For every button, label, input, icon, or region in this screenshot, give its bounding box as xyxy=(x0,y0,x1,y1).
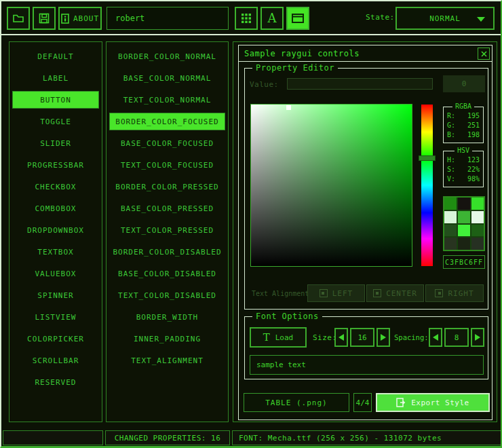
color-swatch[interactable] xyxy=(471,225,484,237)
hue-slider-handle[interactable] xyxy=(419,155,436,161)
property-item[interactable]: BASE_COLOR_FOCUSED xyxy=(109,134,225,152)
export-pages-button[interactable]: 4/4 xyxy=(353,393,372,412)
spacing-decrease-button[interactable] xyxy=(429,328,442,347)
control-item-checkbox[interactable]: CHECKBOX xyxy=(12,178,99,195)
align-right-button[interactable]: RIGHT xyxy=(425,284,484,302)
property-item[interactable]: BORDER_WIDTH xyxy=(109,308,225,326)
property-item[interactable]: TEXT_COLOR_FOCUSED xyxy=(109,156,225,174)
v-label: V: xyxy=(447,174,455,184)
font-load-label: Load xyxy=(275,333,294,342)
property-item[interactable]: BASE_COLOR_NORMAL xyxy=(109,69,225,87)
window-icon xyxy=(292,14,304,23)
export-style-button[interactable]: Export Style xyxy=(376,393,490,412)
color-swatch[interactable] xyxy=(471,238,484,250)
grid-view-button[interactable] xyxy=(235,7,258,30)
property-item[interactable]: BORDER_COLOR_PRESSED xyxy=(109,178,225,195)
spacing-increase-button[interactable] xyxy=(471,328,484,347)
spacing-value-box[interactable]: 8 xyxy=(444,328,469,347)
property-item[interactable]: BORDER_COLOR_NORMAL xyxy=(109,48,225,65)
about-button[interactable]: ABOUT xyxy=(58,7,102,30)
controls-view-button[interactable] xyxy=(286,7,309,30)
value-slider[interactable] xyxy=(287,78,433,90)
sample-text-box[interactable]: sample text xyxy=(250,355,484,375)
color-swatch[interactable] xyxy=(444,238,457,250)
value-box[interactable]: 0 xyxy=(443,75,485,92)
control-item-label[interactable]: LABEL xyxy=(12,69,99,87)
size-decrease-button[interactable] xyxy=(334,328,348,347)
control-item-listview[interactable]: LISTVIEW xyxy=(12,308,99,326)
font-load-button[interactable]: T Load xyxy=(250,327,307,348)
property-item[interactable]: TEXT_COLOR_DISABLED xyxy=(109,286,225,304)
control-item-valuebox[interactable]: VALUEBOX xyxy=(12,265,99,282)
save-style-button[interactable] xyxy=(33,7,56,30)
property-item[interactable]: BASE_COLOR_PRESSED xyxy=(109,200,225,217)
statusbar-empty-cell xyxy=(3,430,103,445)
color-swatch[interactable] xyxy=(444,225,457,237)
hex-value-box[interactable]: C3FBC6FF xyxy=(443,255,485,269)
control-item-default[interactable]: DEFAULT xyxy=(12,48,99,65)
property-item[interactable]: TEXT_COLOR_PRESSED xyxy=(109,221,225,239)
rgba-box: RGBA R: 195 G: 251 B: 198 xyxy=(443,107,484,143)
align-left-icon xyxy=(320,289,328,297)
r-value: 195 xyxy=(467,111,480,121)
color-picker-panel[interactable] xyxy=(250,104,412,267)
control-item-slider[interactable]: SLIDER xyxy=(12,134,99,152)
toolbar-divider xyxy=(1,34,501,35)
color-swatch[interactable] xyxy=(471,198,484,210)
export-style-label: Export Style xyxy=(411,398,469,407)
text-t-icon: T xyxy=(263,331,270,343)
color-swatch[interactable] xyxy=(458,211,470,223)
b-label: B: xyxy=(447,130,455,140)
hsv-h-row: H: 123 xyxy=(444,155,483,165)
control-item-textbox[interactable]: TEXTBOX xyxy=(12,243,99,261)
hue-slider[interactable] xyxy=(421,105,433,266)
control-item-combobox[interactable]: COMBOBOX xyxy=(12,200,99,217)
about-label: ABOUT xyxy=(73,14,99,23)
control-item-scrollbar[interactable]: SCROLLBAR xyxy=(12,352,99,369)
property-item[interactable]: TEXT_COLOR_NORMAL xyxy=(109,91,225,109)
export-format-combobox[interactable]: TABLE (.png) xyxy=(244,393,349,412)
control-item-colorpicker[interactable]: COLORPICKER xyxy=(12,330,99,348)
color-swatch[interactable] xyxy=(458,225,470,237)
control-item-spinner[interactable]: SPINNER xyxy=(12,286,99,304)
control-item-reserved[interactable]: RESERVED xyxy=(12,373,99,391)
align-left-button[interactable]: LEFT xyxy=(307,284,365,302)
color-picker-cursor[interactable] xyxy=(286,105,291,110)
font-view-button[interactable]: A xyxy=(260,7,284,30)
property-item[interactable]: BORDER_COLOR_DISABLED xyxy=(109,243,225,261)
window-title: Sample raygui controls xyxy=(244,49,360,58)
control-item-toggle[interactable]: TOGGLE xyxy=(12,113,99,130)
style-name-input[interactable] xyxy=(114,13,221,24)
color-swatch[interactable] xyxy=(444,211,457,223)
property-item[interactable]: INNER_PADDING xyxy=(109,330,225,348)
property-item[interactable]: TEXT_ALIGNMENT xyxy=(109,352,225,369)
align-center-button[interactable]: CENTER xyxy=(366,284,424,302)
control-item-progressbar[interactable]: PROGRESSBAR xyxy=(12,156,99,174)
property-item[interactable]: BASE_COLOR_DISABLED xyxy=(109,265,225,282)
font-a-icon: A xyxy=(268,12,277,24)
color-swatch[interactable] xyxy=(471,211,484,223)
open-style-button[interactable] xyxy=(7,7,30,30)
export-file-icon xyxy=(396,398,406,407)
size-value-box[interactable]: 16 xyxy=(350,328,374,347)
controls-list-panel: DEFAULT LABEL BUTTON TOGGLE SLIDER PROGR… xyxy=(9,41,102,422)
chevron-down-icon xyxy=(477,17,485,22)
style-name-field[interactable] xyxy=(107,7,229,30)
statusbar-font-info: FONT: Mecha.ttf (256 x 256) - 131072 byt… xyxy=(232,430,501,445)
hsv-title: HSV xyxy=(455,147,472,154)
color-swatch[interactable] xyxy=(458,198,470,210)
window-titlebar[interactable]: Sample raygui controls xyxy=(239,45,492,62)
control-item-button[interactable]: BUTTON xyxy=(12,91,99,109)
state-label: State: xyxy=(366,13,395,22)
arrow-left-icon xyxy=(433,334,438,341)
state-dropdown[interactable]: NORMAL xyxy=(395,7,495,30)
color-swatch[interactable] xyxy=(458,238,470,250)
window-close-button[interactable] xyxy=(478,48,490,60)
grid-icon xyxy=(242,14,251,23)
state-value: NORMAL xyxy=(429,14,461,23)
control-item-dropdownbox[interactable]: DROPDOWNBOX xyxy=(12,221,99,239)
property-item-selected[interactable]: BORDER_COLOR_FOCUSED xyxy=(109,113,225,130)
g-value: 251 xyxy=(467,121,480,130)
color-swatch[interactable] xyxy=(444,198,457,210)
size-increase-button[interactable] xyxy=(376,328,390,347)
